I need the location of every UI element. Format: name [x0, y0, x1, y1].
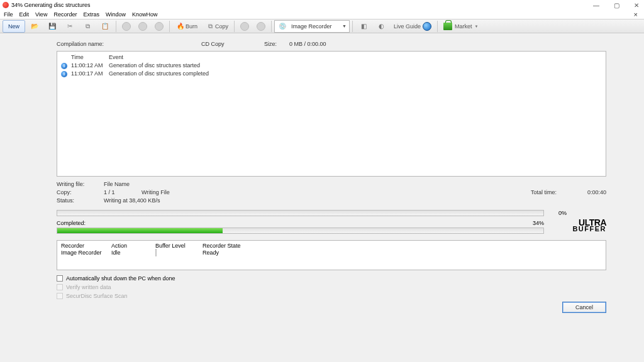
log-row: i 11:00:12 AM Generation of disc structu… [61, 62, 602, 70]
copy-tb-button[interactable]: ⧉ [79, 20, 96, 33]
buffer-percent: 0% [548, 210, 567, 216]
recorder-table-header: Recorder Action Buffer Level Recorder St… [57, 241, 606, 249]
copy-button[interactable]: ⧉ Copy [202, 20, 231, 33]
burn-button[interactable]: 🔥 Burn [172, 20, 201, 33]
copy-extra: Writing File [142, 189, 280, 197]
app-icon [3, 2, 9, 8]
liveguide-button[interactable]: Live Guide [391, 20, 435, 33]
toolbar-sep [169, 21, 170, 32]
menu-file[interactable]: File [4, 11, 13, 18]
recorder-selected-label: Image Recorder [291, 23, 332, 30]
td-recorder: Image Recorder [61, 250, 111, 256]
cancel-label: Cancel [575, 304, 593, 310]
disc-b-button[interactable] [253, 20, 269, 33]
paste-icon: 📋 [100, 21, 110, 31]
disc-icon [257, 22, 265, 31]
ultra-line2: BUFFER [572, 226, 606, 232]
market-button[interactable]: Market ▼ [440, 20, 481, 33]
chevron-down-icon: ▼ [342, 24, 347, 28]
total-time-label: Total time: [531, 189, 575, 197]
status-label: Status: [57, 197, 104, 205]
log-event: Generation of disc structures completed [109, 70, 602, 78]
tool-d-button[interactable]: ◧ [355, 20, 372, 33]
cancel-button[interactable]: Cancel [562, 302, 606, 313]
window-title: 34% Generating disc structures [11, 2, 91, 8]
compilation-value: CD Copy [201, 41, 264, 47]
verify-label: Verify written data [66, 283, 111, 292]
market-label: Market [455, 23, 472, 30]
save-button[interactable]: 💾 [44, 20, 60, 33]
log-head-event: Event [109, 54, 602, 60]
recorder-table-row: Image Recorder Idle Ready [57, 249, 606, 256]
burn-label: Burn [186, 23, 197, 30]
menu-extras[interactable]: Extras [83, 11, 99, 18]
toolbar-sep [234, 21, 235, 32]
menu-edit[interactable]: Edit [19, 11, 30, 18]
toolbar-sep [437, 21, 438, 32]
copy-label: Copy [215, 23, 228, 30]
minimize-icon[interactable]: — [591, 2, 601, 9]
copy-small-icon: ⧉ [82, 21, 92, 31]
recorder-table: Recorder Action Buffer Level Recorder St… [57, 240, 606, 270]
save-icon: 💾 [47, 21, 57, 31]
completed-percent: 34% [533, 220, 544, 226]
buffer-progress-bar [57, 210, 544, 216]
size-label: Size: [264, 41, 289, 47]
info-icon [423, 22, 431, 31]
ultrabuffer-logo: ULTra BUFFER [572, 219, 606, 232]
circle-icon [138, 22, 147, 31]
toolbar: New 📂 💾 ✂ ⧉ 📋 🔥 Burn ⧉ Copy 💿 Image Reco… [0, 19, 644, 33]
compilation-label: Compilation name: [57, 41, 201, 47]
menubar: File Edit View Recorder Extras Window Kn… [0, 10, 644, 19]
writing-value: File Name [104, 180, 242, 189]
circle-icon [122, 22, 131, 31]
cut-icon: ✂ [65, 21, 75, 31]
th-action: Action [111, 243, 155, 249]
paste-button[interactable]: 📋 [97, 20, 113, 33]
buffer-level-bar [155, 249, 157, 256]
td-action: Idle [111, 250, 155, 256]
disc-a-button[interactable] [237, 20, 252, 33]
securdisc-label: SecurDisc Surface Scan [66, 292, 128, 300]
buffer-progress-wrap: 0% [57, 210, 606, 216]
log-head-time: Time [71, 54, 109, 60]
log-event: Generation of disc structures started [109, 62, 602, 70]
menu-window[interactable]: Window [106, 11, 126, 18]
th-state: Recorder State [203, 243, 278, 249]
disc-icon [240, 22, 249, 31]
open-button[interactable]: 📂 [26, 20, 43, 33]
shutdown-checkbox-row[interactable]: Automatically shut down the PC when done [57, 274, 606, 283]
new-label: New [8, 23, 19, 30]
total-time-value: 0:00:40 [575, 189, 606, 197]
completed-group: Completed: 34% ULTra BUFFER [57, 220, 606, 234]
menu-recorder[interactable]: Recorder [53, 11, 77, 18]
maximize-icon[interactable]: ▢ [611, 2, 621, 9]
chevron-down-icon: ▼ [475, 25, 479, 28]
log-time: 11:00:12 AM [71, 62, 109, 70]
checkbox-icon [57, 284, 63, 290]
liveguide-label: Live Guide [394, 23, 421, 30]
status-block: Writing file: File Name Copy: 1 / 1 Writ… [57, 180, 606, 205]
menu-view[interactable]: View [35, 11, 47, 18]
tool-b-button[interactable] [135, 20, 150, 33]
content-area: Compilation name: CD Copy Size: 0 MB / 0… [0, 33, 644, 362]
checkbox-icon[interactable] [57, 275, 63, 282]
summary-row: Compilation name: CD Copy Size: 0 MB / 0… [57, 41, 606, 47]
window-controls: — ▢ ✕ [591, 2, 641, 9]
close-icon[interactable]: ✕ [631, 2, 641, 9]
tool-a-button[interactable] [119, 20, 134, 33]
titlebar: 34% Generating disc structures — ▢ ✕ [0, 0, 644, 10]
tool-e-button[interactable]: ◐ [373, 20, 389, 33]
panel-close-icon[interactable]: × [634, 11, 640, 18]
open-icon: 📂 [30, 21, 40, 31]
recorder-select[interactable]: 💿 Image Recorder ▼ [274, 20, 350, 33]
tool-c-button[interactable] [152, 20, 167, 33]
copy-label: Copy: [57, 189, 104, 197]
th-recorder: Recorder [61, 243, 111, 249]
log-row: i 11:00:17 AM Generation of disc structu… [61, 70, 602, 78]
menu-knowhow[interactable]: KnowHow [132, 11, 158, 18]
toggle-icon: ◐ [376, 21, 386, 31]
cut-button[interactable]: ✂ [62, 20, 78, 33]
log-header: Time Event [61, 54, 602, 60]
new-button[interactable]: New [3, 20, 25, 33]
